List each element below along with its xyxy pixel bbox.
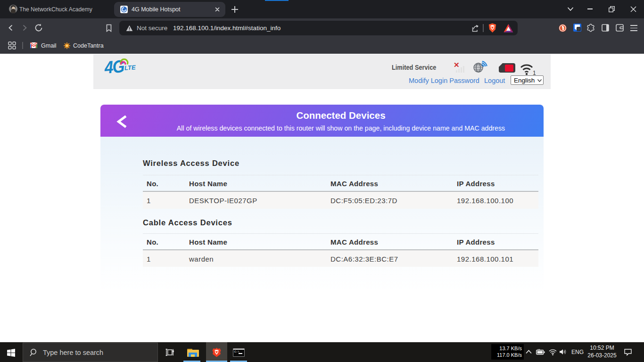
- svg-text:1: 1: [533, 70, 536, 75]
